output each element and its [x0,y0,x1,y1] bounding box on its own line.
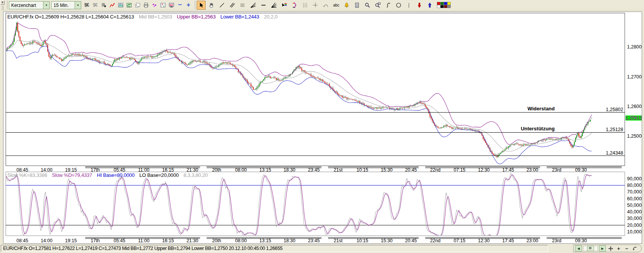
color-palette-icon[interactable] [436,1,452,10]
add-panel-icon[interactable]: + [184,1,192,10]
slow-d-line [6,175,592,237]
horizontal-line-icon[interactable] [259,1,268,10]
time-axis-label: 21:30 [186,167,198,173]
pan-hand-icon[interactable] [207,1,216,10]
time-axis-label: 15:30 [381,167,393,173]
trendline-icon[interactable] [217,1,226,10]
timeframe-combo[interactable]: 15 Min. ▼ [51,1,81,9]
time-axis-label: 22nd [430,167,440,173]
marker-arrow-up-icon[interactable] [425,1,434,10]
time-axis-label: 05:45 [114,238,125,243]
time-axis-label: 21st [334,167,343,173]
gann-fan-icon[interactable] [249,1,258,10]
chart-type-value: Kerzenchart [9,2,43,9]
chart-gallery-icon[interactable] [117,1,124,10]
stoch-axis-label: 90,0000 [627,176,642,181]
parallel-channel-icon[interactable] [228,1,237,10]
quote-symbol-alt-icon[interactable]: $€ [91,1,99,10]
slow-d-text: Slow %D=79,4337 [52,172,92,178]
ohlc-text: EUR/CHF.fx O=1,25609 H=1,25628 L=1,25604… [7,14,134,20]
time-axis-label: 20:45 [405,238,417,243]
chart-tools-group: $€$€−+ [83,1,193,10]
zoom-in-button[interactable]: + [615,245,622,251]
reset-view-button[interactable] [631,245,638,251]
stoch-axis-label: 30,0000 [627,216,642,221]
zoom-in-icon[interactable] [363,1,372,10]
chart-type-combo[interactable]: Kerzenchart ▼ [9,1,50,9]
time-axis-label: 23:45 [308,167,320,173]
time-axis-label: 17th [90,167,100,173]
remove-panel-icon[interactable]: − [176,1,184,10]
price-axis-label: 1,25000 [627,133,642,139]
scrollbar-track[interactable] [583,246,598,251]
chevron-down-icon[interactable]: ▼ [75,2,81,9]
time-axis-label: 09:30 [575,167,587,173]
fibonacci-bracket-icon[interactable] [290,1,299,10]
last-price-label: 1,25613 [626,115,642,121]
stoch-axis-label: 70,0000 [627,189,642,195]
time-axis-label: 23:00 [527,238,539,243]
chart-snapshot-icon[interactable] [125,1,133,10]
crosshair-icon[interactable] [311,1,320,10]
time-axis-label: 17:45 [502,238,514,243]
alert-bell-icon[interactable] [342,1,351,10]
text-label-icon[interactable]: abc [332,1,341,10]
print-icon[interactable] [142,1,150,10]
speed-fan-icon[interactable] [269,1,278,10]
main-plot-border [6,13,625,166]
dock-grip-icon[interactable] [1,5,4,10]
select-cursor-icon[interactable] [197,1,206,10]
tags-icon[interactable] [134,1,141,10]
bollinger-lower-band [6,46,592,164]
price-axis-label: 1,28000 [627,44,642,50]
time-axis-label: 11:00 [138,167,150,173]
toolbar-grip-icon[interactable] [194,1,196,9]
bollinger-upper-band [6,23,592,145]
horizontal-rows-icon[interactable] [238,1,247,10]
stochastic-header: Slow %K=83,3386 Slow %D=79,4337 HI Base=… [7,172,211,178]
time-axis-label: 08:00 [235,167,247,173]
draw-tools-group: abc│ [197,1,453,10]
toolbar-grip-icon[interactable] [6,1,8,9]
pointer-levels-icon[interactable] [280,1,289,10]
timeframe-value: 15 Min. [52,2,75,9]
monitor-chart-icon[interactable] [167,1,175,10]
chart-canvas[interactable]: 1,25802Widerstand1,25128Unterstützung1,2… [3,12,642,243]
calculator-icon[interactable] [353,1,361,10]
scroll-left-button[interactable]: ◀ [575,245,582,251]
dock-handle: × [0,0,5,10]
grid-dots-icon[interactable] [301,1,309,10]
toolbar: × Kerzenchart ▼ 15 Min. ▼ $€$€−+ abc│ [0,0,644,10]
status-field: EUR/CHF.fx O=1,27581 H=1,27622 L=1,27419… [1,245,548,252]
time-axis-label: 19:15 [65,167,77,173]
window-close-button[interactable]: × [0,0,5,5]
freehand-wave-icon[interactable] [384,1,393,10]
time-axis-label: 10:15 [356,238,368,243]
ellipse-icon[interactable] [394,1,403,10]
zoom-out-button[interactable]: − [623,245,630,251]
time-axis-label: 13:15 [259,238,271,243]
paint-diamonds-icon[interactable] [151,1,158,10]
stochastic-plot-border [6,172,625,236]
chevron-down-icon[interactable]: ▼ [43,2,49,9]
vertical-line-icon[interactable]: │ [405,1,413,10]
pan-mode-button[interactable] [607,245,614,251]
grid-filter-icon[interactable] [100,1,107,10]
time-axis-label: 18:30 [284,167,296,173]
scroll-right-button[interactable]: ▶ [599,245,606,251]
hi-base-text: HI Base=80,0000 [97,172,135,178]
bollinger-bands [6,23,592,164]
lo-base-text: LO Base=20,0000 [139,172,179,178]
indicator-zigzag-icon[interactable] [108,1,116,10]
marker-arrow-down-icon[interactable] [415,1,424,10]
candlestick-series [6,22,592,158]
slow-k-text: Slow %K=83,3386 [7,172,47,178]
arc-icon[interactable] [321,1,330,10]
time-axis-label: 07:15 [454,167,466,173]
stoch-axis-label: 80,0000 [627,183,642,188]
zoom-window-icon[interactable] [373,1,382,10]
time-axis-label: 17:45 [502,167,514,173]
quote-symbol-icon[interactable]: $€ [83,1,90,10]
scroll-thumb[interactable] [587,246,594,251]
chart-signals-icon[interactable] [159,1,167,10]
